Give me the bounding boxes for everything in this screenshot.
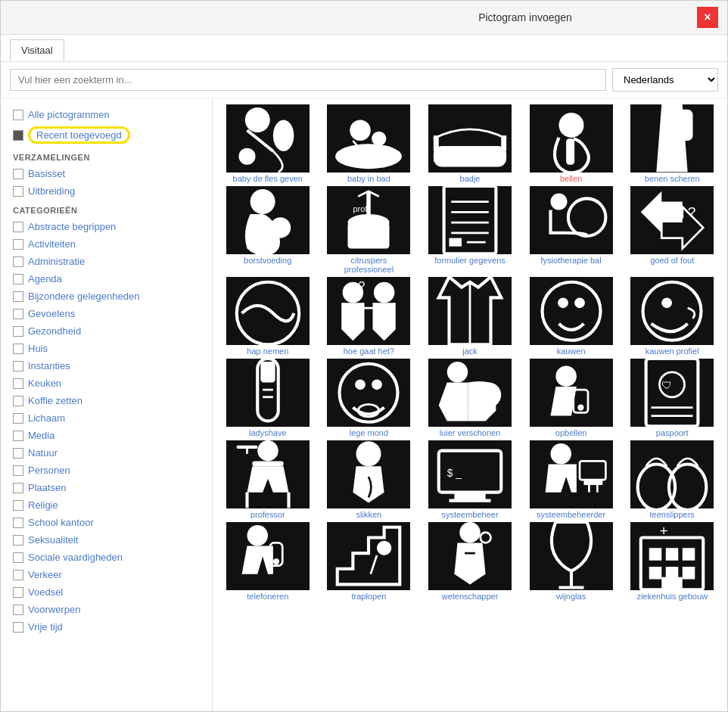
picto-img-fysiotherapie <box>530 186 613 254</box>
sidebar-item-all[interactable]: Alle pictogrammen <box>1 106 212 123</box>
sidebar-item-voorwerpen[interactable]: Voorwerpen <box>1 601 212 618</box>
sidebar-item-plaatsen[interactable]: Plaatsen <box>1 479 212 496</box>
checkbox-sociale[interactable] <box>13 552 23 563</box>
checkbox-all[interactable] <box>13 110 23 120</box>
sidebar-item-school[interactable]: School kantoor <box>1 514 212 531</box>
picto-ladyshave[interactable]: ladyshave <box>219 359 317 437</box>
checkbox-huis[interactable] <box>13 344 23 354</box>
picto-badje[interactable]: badje <box>421 104 519 183</box>
checkbox-abstracte[interactable] <box>13 222 23 232</box>
checkbox-media[interactable] <box>13 431 23 441</box>
checkbox-basisset[interactable] <box>13 169 23 179</box>
picto-baby-bad[interactable]: baby in bad <box>320 104 418 183</box>
picto-kauwen[interactable]: kauwen <box>522 277 621 356</box>
checkbox-seksualiteit[interactable] <box>13 535 23 546</box>
sidebar-item-instanties[interactable]: Instanties <box>1 357 212 375</box>
checkbox-uitbreiding[interactable] <box>13 186 23 197</box>
picto-telefoneren[interactable]: telefoneren <box>219 522 317 601</box>
checkbox-voorwerpen[interactable] <box>13 605 23 615</box>
picto-label-telefoneren: telefoneren <box>247 592 288 601</box>
sidebar-item-keuken[interactable]: Keuken <box>1 375 212 392</box>
language-select[interactable]: Nederlands English Deutsch Français <box>612 68 718 92</box>
picto-kauwen-profiel[interactable]: kauwen profiel <box>623 277 721 356</box>
picto-jack[interactable]: jack <box>421 277 519 356</box>
sidebar-label-basisset: Basisset <box>28 168 65 179</box>
picto-teenslippers[interactable]: teenslippers <box>623 440 721 519</box>
picto-fysiotherapie[interactable]: fysiotherapie bal <box>522 186 621 274</box>
checkbox-gezondheid[interactable] <box>13 326 23 337</box>
checkbox-activiteiten[interactable] <box>13 239 23 250</box>
picto-goed-fout[interactable]: ? goed of fout <box>623 186 721 274</box>
sidebar-item-vrije[interactable]: Vrije tijd <box>1 618 212 636</box>
picto-hoe-gaat[interactable]: ? hoe gaat het? <box>320 277 418 356</box>
sidebar-item-administratie[interactable]: Administratie <box>1 253 212 270</box>
sidebar-item-voedsel[interactable]: Voedsel <box>1 583 212 601</box>
sidebar-item-lichaam[interactable]: Lichaam <box>1 409 212 427</box>
checkbox-gevoelens[interactable] <box>13 309 23 319</box>
picto-professor[interactable]: professor <box>219 440 317 519</box>
picto-bellen[interactable]: bellen <box>522 104 621 183</box>
close-button[interactable]: × <box>697 7 718 28</box>
picto-citruspers[interactable]: prof citruspers professioneel <box>320 186 418 274</box>
picto-img-kauwen <box>530 277 613 345</box>
picto-ziekenhuis[interactable]: + ziekenhuis gebouw <box>623 522 721 601</box>
picto-label-luier: luier verschonen <box>440 428 501 437</box>
sidebar-item-abstracte[interactable]: Abstracte begrippen <box>1 218 212 235</box>
sidebar-item-seksualiteit[interactable]: Seksualiteit <box>1 531 212 549</box>
picto-baby-fles[interactable]: baby de fles geven <box>219 104 317 183</box>
sidebar-item-basisset[interactable]: Basisset <box>1 165 212 182</box>
svg-rect-57 <box>252 462 283 467</box>
sidebar-item-gezondheid[interactable]: Gezondheid <box>1 322 212 340</box>
sidebar-item-activiteiten[interactable]: Activiteiten <box>1 235 212 253</box>
checkbox-religie[interactable] <box>13 500 23 511</box>
picto-label-borstvoeding: borstvoeding <box>244 256 291 265</box>
picto-benen-scheren[interactable]: benen scheren <box>623 104 721 183</box>
checkbox-bijzondere[interactable] <box>13 291 23 302</box>
picto-paspoort[interactable]: 🛡 paspoort <box>623 359 721 437</box>
checkbox-school[interactable] <box>13 518 23 528</box>
checkbox-koffie[interactable] <box>13 396 23 406</box>
checkbox-recent[interactable] <box>13 130 23 141</box>
checkbox-agenda[interactable] <box>13 274 23 284</box>
checkbox-personen[interactable] <box>13 465 23 476</box>
checkbox-voedsel[interactable] <box>13 587 23 598</box>
picto-hap-nemen[interactable]: hap nemen <box>219 277 317 356</box>
tab-visitaal[interactable]: Visitaal <box>10 39 64 61</box>
checkbox-natuur[interactable] <box>13 448 23 459</box>
main-area: Alle pictogrammen Recent toegevoegd VERZ… <box>1 98 727 711</box>
sidebar-item-uitbreiding[interactable]: Uitbreiding <box>1 182 212 200</box>
picto-borstvoeding[interactable]: borstvoeding <box>219 186 317 274</box>
sidebar-item-media[interactable]: Media <box>1 427 212 444</box>
search-input[interactable] <box>10 69 606 91</box>
checkbox-administratie[interactable] <box>13 257 23 267</box>
checkbox-verkeer[interactable] <box>13 570 23 580</box>
sidebar-item-bijzondere[interactable]: Bijzondere gelegenheden <box>1 288 212 305</box>
checkbox-vrije[interactable] <box>13 622 23 633</box>
picto-slikken[interactable]: slikken <box>320 440 418 519</box>
picto-lege-mond[interactable]: lege mond <box>320 359 418 437</box>
picto-wetenschapper[interactable]: wetenschapper <box>421 522 519 601</box>
picto-formulier[interactable]: formulier gegevens <box>421 186 519 274</box>
picto-luier[interactable]: luier verschonen <box>421 359 519 437</box>
sidebar-label-uitbreiding: Uitbreiding <box>28 185 75 197</box>
picto-opbellen[interactable]: opbellen <box>522 359 621 437</box>
sidebar-item-recent[interactable]: Recent toegevoegd <box>1 123 212 147</box>
picto-systeembeheerder[interactable]: systeembeheerder <box>522 440 621 519</box>
sidebar-item-religie[interactable]: Religie <box>1 496 212 514</box>
sidebar-item-natuur[interactable]: Natuur <box>1 444 212 462</box>
sidebar-item-personen[interactable]: Personen <box>1 462 212 479</box>
picto-traplopen[interactable]: traplopen <box>320 522 418 601</box>
checkbox-plaatsen[interactable] <box>13 483 23 493</box>
picto-img-wijnglas <box>530 522 613 590</box>
picto-wijnglas[interactable]: wijnglas <box>522 522 621 601</box>
sidebar-item-gevoelens[interactable]: Gevoelens <box>1 305 212 322</box>
sidebar-item-koffie[interactable]: Koffie zetten <box>1 392 212 409</box>
sidebar-item-sociale[interactable]: Sociale vaardigheden <box>1 549 212 566</box>
checkbox-instanties[interactable] <box>13 361 23 372</box>
checkbox-lichaam[interactable] <box>13 413 23 424</box>
picto-systeembeheer[interactable]: $ _ systeembeheer <box>421 440 519 519</box>
sidebar-item-agenda[interactable]: Agenda <box>1 270 212 288</box>
sidebar-item-huis[interactable]: Huis <box>1 340 212 357</box>
sidebar-item-verkeer[interactable]: Verkeer <box>1 566 212 583</box>
checkbox-keuken[interactable] <box>13 378 23 389</box>
